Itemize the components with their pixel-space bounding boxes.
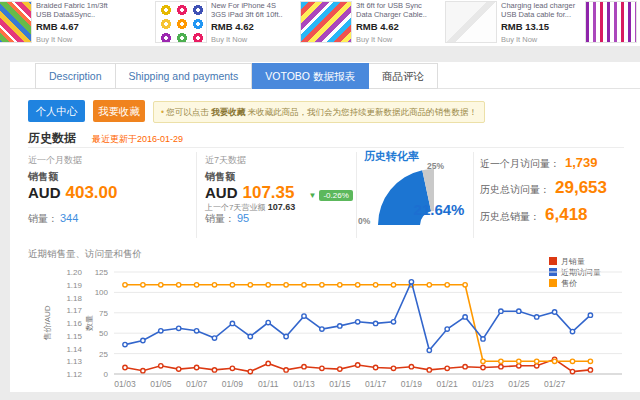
svg-text:01/15: 01/15	[329, 379, 351, 389]
week-period-label: 近7天数据	[205, 154, 246, 167]
product-image	[300, 1, 352, 43]
section-divider	[28, 147, 624, 148]
svg-text:1.12: 1.12	[66, 370, 82, 379]
week-sales-amount: 107.35	[243, 183, 295, 203]
prev-week-label: 上一个7天营业额	[205, 203, 265, 212]
conversion-gauge	[358, 160, 470, 232]
month-visits-label: 近一个月访问量：	[480, 157, 560, 171]
svg-text:数量: 数量	[85, 315, 94, 331]
svg-text:100: 100	[95, 288, 109, 297]
add-favorite-button[interactable]: 我要收藏	[93, 100, 145, 122]
product-title: 3GS iPad 3ft 6ft 10ft..	[211, 10, 295, 19]
svg-text:75: 75	[99, 309, 108, 318]
product-image	[585, 1, 637, 43]
product-title: Data Charger Cable..	[356, 10, 440, 19]
month-currency: AUD	[28, 184, 61, 201]
tab-product-reviews[interactable]: 商品评论	[369, 63, 438, 89]
product-price: RMB 4.62	[356, 21, 440, 32]
svg-text:01/07: 01/07	[186, 379, 208, 389]
week-currency: AUD	[205, 184, 238, 201]
free-shipping-label: Free shipping	[36, 44, 81, 45]
svg-text:1.14: 1.14	[66, 345, 82, 354]
product-card[interactable]: 3ft 6ft for USB Sync Data Charger Cable.…	[300, 1, 442, 45]
buy-it-now-label: Buy It Now	[211, 35, 247, 44]
product-title: 3ft 6ft for USB Sync	[356, 1, 440, 10]
svg-text:1.19: 1.19	[66, 281, 82, 290]
product-title: USB Data cable for...	[501, 10, 585, 19]
product-card[interactable]: Braided Fabric 1m/3ft USB Data&Sync.. RM…	[0, 1, 122, 45]
tab-votobo-report[interactable]: VOTOBO 数据报表	[252, 63, 369, 89]
notice-text: 您可以点击	[164, 107, 211, 117]
prev-week-amount: 107.63	[268, 202, 296, 212]
svg-text:01/21: 01/21	[437, 379, 459, 389]
trend-down-icon: ▼	[309, 191, 317, 200]
total-sales-label: 历史总销量：	[480, 210, 540, 224]
product-image	[445, 1, 497, 43]
product-price: RMB 4.67	[36, 21, 120, 32]
svg-text:01/17: 01/17	[365, 379, 387, 389]
svg-text:1.13: 1.13	[66, 357, 82, 366]
page: Braided Fabric 1m/3ft USB Data&Sync.. RM…	[0, 0, 640, 400]
svg-text:1.17: 1.17	[66, 306, 82, 315]
product-title: USB Data&Sync..	[36, 10, 120, 19]
svg-text:125: 125	[95, 268, 109, 277]
stats-divider	[196, 152, 197, 238]
week-qty-label: 销量：	[205, 213, 235, 224]
week-qty-value: 95	[237, 212, 249, 224]
buy-it-now-label: Buy It Now	[356, 35, 392, 44]
week-sales-label: 销售额	[205, 170, 235, 184]
month-qty-label: 销量：	[28, 213, 58, 224]
svg-text:01/09: 01/09	[222, 379, 244, 389]
stats-divider	[356, 152, 357, 238]
gauge-max-label: 25%	[427, 161, 444, 171]
history-section-title: 历史数据	[28, 130, 76, 147]
free-shipping-label: Free shipping	[356, 44, 401, 45]
month-visits-value: 1,739	[565, 155, 598, 170]
profile-center-button[interactable]: 个人中心	[28, 100, 85, 122]
last-updated-label: 最近更新于2016-01-29	[92, 133, 183, 146]
product-price: RMB 4.62	[211, 21, 295, 32]
month-qty-value: 344	[60, 212, 78, 224]
svg-text:1.15: 1.15	[66, 332, 82, 341]
svg-text:01/13: 01/13	[293, 379, 315, 389]
svg-text:01/11: 01/11	[258, 379, 279, 389]
svg-text:1.20: 1.20	[66, 268, 82, 277]
conversion-rate-value: 21.64%	[402, 201, 476, 218]
svg-text:01/25: 01/25	[508, 379, 530, 389]
svg-text:01/05: 01/05	[150, 379, 172, 389]
tab-description[interactable]: Description	[35, 63, 116, 89]
change-percent-badge: -0.26%	[319, 190, 352, 201]
product-title: New For iPhone 4S	[211, 1, 295, 10]
svg-text:0: 0	[104, 370, 109, 379]
notice-favorite-keyword: 我要收藏	[211, 107, 245, 117]
total-visits-label: 历史总访问量：	[480, 183, 550, 197]
product-title: Braided Fabric 1m/3ft	[36, 1, 120, 10]
product-card[interactable]: New For iPhone 4S 3GS iPad 3ft 6ft 10ft.…	[155, 1, 297, 45]
sales-visits-price-chart: 02550751001251.121.131.141.151.161.171.1…	[30, 258, 636, 396]
svg-text:25: 25	[99, 350, 108, 359]
buy-it-now-label: Buy It Now	[501, 35, 537, 44]
product-image	[0, 1, 32, 43]
svg-text:01/27: 01/27	[544, 379, 566, 389]
svg-text:售价/AUD: 售价/AUD	[43, 305, 52, 340]
listing-tabbar: Description Shipping and payments VOTOBO…	[35, 63, 438, 89]
svg-text:01/03: 01/03	[114, 379, 136, 389]
svg-text:1.16: 1.16	[66, 319, 82, 328]
product-title: Charging lead charger	[501, 1, 585, 10]
total-visits-value: 29,653	[555, 178, 607, 198]
notice-text: 来收藏此商品，我们会为您持续更新数据此商品的销售数据！	[245, 107, 477, 117]
tab-shipping-payments[interactable]: Shipping and payments	[116, 63, 253, 89]
buy-it-now-label: Buy It Now	[36, 35, 72, 44]
product-card[interactable]	[585, 1, 640, 45]
product-card[interactable]: Charging lead charger USB Data cable for…	[445, 1, 587, 45]
svg-text:50: 50	[99, 329, 108, 338]
stats-divider	[473, 152, 474, 238]
related-products-strip: Braided Fabric 1m/3ft USB Data&Sync.. RM…	[0, 0, 640, 46]
total-sales-value: 6,418	[545, 205, 588, 225]
free-shipping-label: Free shipping	[501, 44, 546, 45]
svg-text:1.18: 1.18	[66, 294, 82, 303]
month-sales-amount: 403.00	[66, 183, 118, 203]
favorite-notice-bar: • 您可以点击 我要收藏 来收藏此商品，我们会为您持续更新数据此商品的销售数据！	[153, 101, 485, 123]
svg-text:01/23: 01/23	[472, 379, 494, 389]
month-sales-label: 销售额	[28, 170, 58, 184]
